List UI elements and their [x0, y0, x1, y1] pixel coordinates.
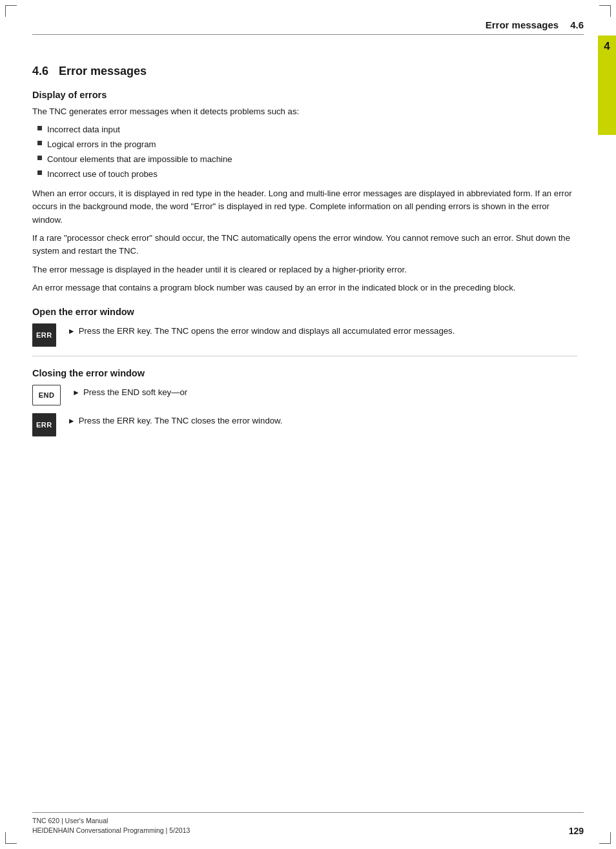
section-title: Error messages: [59, 65, 147, 78]
list-item: Incorrect use of touch probes: [37, 168, 577, 181]
content-area: 4.6 Error messages Display of errors The…: [32, 65, 577, 810]
bullet-text-4: Incorrect use of touch probes: [47, 168, 158, 181]
display-errors-para2: If a rare "processor check error" should…: [32, 232, 577, 258]
corner-mark-tr: [599, 5, 611, 17]
close-error-instruction-2: ►Press the ERR key. The TNC closes the e…: [68, 413, 283, 427]
close-error-window-heading: Closing the error window: [32, 368, 577, 378]
display-errors-para3: The error message is displayed in the he…: [32, 263, 577, 276]
bullet-text-2: Logical errors in the program: [47, 138, 156, 151]
bullet-icon: [37, 126, 42, 130]
page-footer: TNC 620 | User's Manual HEIDENHAIN Conve…: [32, 812, 584, 837]
close-error-instruction-row-1: END ►Press the END soft key—or: [32, 385, 577, 405]
chapter-number: 4: [598, 36, 616, 57]
err-key-open[interactable]: ERR: [32, 323, 56, 347]
section-number: 4.6: [32, 65, 48, 78]
bullet-text-1: Incorrect data input: [47, 123, 120, 136]
corner-mark-br: [599, 832, 611, 844]
corner-mark-tl: [5, 5, 17, 17]
list-item: Logical errors in the program: [37, 138, 577, 151]
footer-line2: HEIDENHAIN Conversational Programming | …: [32, 826, 190, 836]
arrow-icon-open: ►: [68, 325, 76, 338]
page-wrapper: 4 Error messages 4.6 4.6 Error messages …: [0, 0, 616, 849]
header-title: Error messages: [486, 19, 559, 30]
display-errors-para4: An error message that contains a program…: [32, 281, 577, 294]
arrow-icon-close-2: ►: [68, 415, 76, 427]
separator: [32, 356, 577, 356]
arrow-icon-close-1: ►: [72, 387, 80, 399]
close-error-instruction-row-2: ERR ►Press the ERR key. The TNC closes t…: [32, 413, 577, 436]
chapter-color-bar: [598, 57, 616, 135]
open-error-window-heading: Open the error window: [32, 307, 577, 317]
end-key-close[interactable]: END: [32, 385, 61, 405]
list-item: Contour elements that are impossible to …: [37, 153, 577, 166]
section-heading: 4.6 Error messages: [32, 65, 577, 78]
display-errors-bullets: Incorrect data input Logical errors in t…: [37, 123, 577, 180]
header-section: 4.6: [570, 19, 584, 30]
display-errors-heading: Display of errors: [32, 90, 577, 100]
page-number: 129: [569, 826, 584, 836]
close-error-instruction-1: ►Press the END soft key—or: [72, 385, 187, 399]
err-key-close[interactable]: ERR: [32, 413, 56, 436]
page-header: Error messages 4.6: [32, 19, 584, 35]
display-errors-para1: When an error occurs, it is displayed in…: [32, 187, 577, 227]
list-item: Incorrect data input: [37, 123, 577, 136]
bullet-text-3: Contour elements that are impossible to …: [47, 153, 232, 166]
footer-left: TNC 620 | User's Manual HEIDENHAIN Conve…: [32, 816, 190, 837]
open-error-instruction: ►Press the ERR key. The TNC opens the er…: [68, 323, 455, 338]
footer-line1: TNC 620 | User's Manual: [32, 816, 190, 826]
chapter-tab: 4: [598, 36, 616, 135]
bullet-icon: [37, 141, 42, 145]
corner-mark-bl: [5, 832, 17, 844]
display-errors-intro: The TNC generates error messages when it…: [32, 105, 577, 118]
bullet-icon: [37, 156, 42, 160]
bullet-icon: [37, 170, 42, 175]
open-error-instruction-row: ERR ►Press the ERR key. The TNC opens th…: [32, 323, 577, 347]
